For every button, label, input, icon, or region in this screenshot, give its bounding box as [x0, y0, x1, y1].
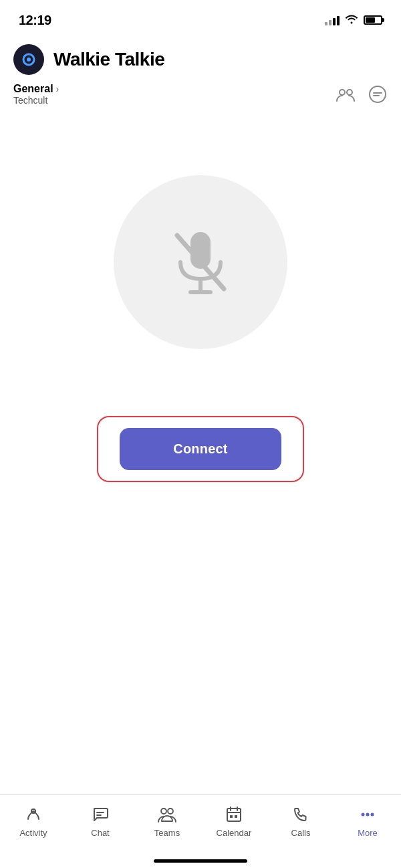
teams-icon [157, 804, 177, 825]
channel-row: General › Techcult [0, 80, 401, 108]
status-icons [325, 13, 382, 27]
chat-label: Chat [91, 828, 109, 838]
mic-muted-icon [164, 225, 237, 299]
participants-icon[interactable] [336, 84, 356, 104]
svg-point-4 [347, 90, 352, 95]
channel-actions [336, 84, 388, 104]
battery-icon [364, 15, 382, 25]
channel-info[interactable]: General › Techcult [13, 83, 59, 106]
nav-item-chat[interactable]: Chat [67, 802, 134, 838]
svg-rect-15 [227, 808, 241, 821]
activity-label: Activity [19, 828, 47, 838]
svg-point-13 [161, 808, 166, 814]
channel-chevron-icon: › [56, 84, 59, 94]
channel-subtitle: Techcult [13, 95, 59, 106]
nav-item-calendar[interactable]: Calendar [200, 802, 267, 838]
svg-rect-19 [230, 815, 233, 818]
svg-point-23 [371, 813, 374, 817]
channel-name[interactable]: General › [13, 83, 59, 95]
svg-point-14 [168, 808, 173, 814]
calendar-icon [224, 804, 244, 825]
nav-item-more[interactable]: More [334, 802, 401, 838]
nav-item-calls[interactable]: Calls [267, 802, 334, 838]
teams-label: Teams [154, 828, 180, 838]
main-content: Connect [0, 148, 401, 509]
status-bar: 12:19 [0, 0, 401, 36]
signal-icon [325, 15, 340, 25]
app-header: Walkie Talkie [0, 36, 401, 80]
more-icon [358, 804, 378, 825]
svg-point-21 [362, 813, 365, 817]
more-label: More [358, 828, 378, 838]
calls-icon [291, 804, 311, 825]
calls-label: Calls [291, 828, 311, 838]
nav-item-activity[interactable]: Activity [0, 802, 67, 838]
svg-point-2 [27, 58, 31, 62]
svg-rect-20 [235, 815, 237, 818]
activity-icon [23, 804, 43, 825]
mic-circle [114, 175, 287, 349]
svg-point-3 [340, 90, 345, 95]
bottom-nav: Activity Chat Teams [0, 794, 401, 868]
app-title: Walkie Talkie [53, 49, 164, 70]
wifi-icon [345, 13, 358, 27]
svg-point-22 [366, 813, 370, 817]
calendar-label: Calendar [217, 828, 252, 838]
status-time: 12:19 [19, 13, 51, 28]
chat-icon[interactable] [368, 84, 388, 104]
app-icon [13, 44, 44, 75]
connect-button[interactable]: Connect [120, 428, 281, 470]
chat-nav-icon [90, 804, 110, 825]
home-indicator [154, 859, 247, 863]
nav-item-teams[interactable]: Teams [134, 802, 200, 838]
connect-button-area: Connect [97, 416, 303, 482]
svg-point-5 [370, 86, 386, 102]
